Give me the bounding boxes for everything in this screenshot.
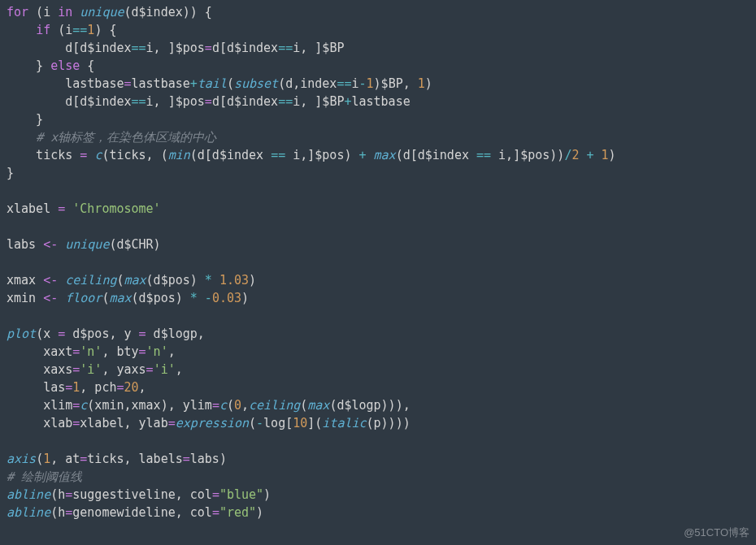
code-line: abline(h=genomewideline, col="red") bbox=[7, 505, 263, 520]
code-line: # 绘制阈值线 bbox=[7, 469, 82, 484]
code-line: xaxs='i', yaxs='i', bbox=[7, 362, 183, 377]
code-line: ticks = c(ticks, (min(d[d$index == i,]$p… bbox=[7, 148, 616, 162]
watermark-text: @51CTO博客 bbox=[684, 524, 749, 542]
code-line: if (i==1) { bbox=[7, 23, 116, 37]
code-line: axis(1, at=ticks, labels=labs) bbox=[7, 452, 227, 466]
code-line: lastbase=lastbase+tail(subset(d,index==i… bbox=[7, 76, 432, 91]
code-line: # x轴标签，在染色体区域的中心 bbox=[7, 130, 216, 145]
code-line: xlim=c(xmin,xmax), ylim=c(0,ceiling(max(… bbox=[7, 398, 411, 413]
code-line: } bbox=[7, 166, 14, 180]
code-line: las=1, pch=20, bbox=[7, 380, 146, 395]
code-line: d[d$index==i, ]$pos=d[d$index==i, ]$BP+l… bbox=[7, 94, 411, 109]
code-line: xlabel = 'Chromosome' bbox=[7, 201, 161, 216]
code-line: xmax <- ceiling(max(d$pos) * 1.03) bbox=[7, 273, 256, 288]
code-line: abline(h=suggestiveline, col="blue") bbox=[7, 487, 271, 502]
code-line: plot(x = d$pos, y = d$logp, bbox=[7, 327, 205, 341]
code-line: d[d$index==i, ]$pos=d[d$index==i, ]$BP bbox=[7, 41, 344, 55]
code-line: } bbox=[7, 112, 43, 127]
code-line: } else { bbox=[7, 58, 94, 73]
code-line: for (i in unique(d$index)) { bbox=[7, 5, 212, 19]
code-block: for (i in unique(d$index)) { if (i==1) {… bbox=[7, 3, 749, 521]
code-line: labs <- unique(d$CHR) bbox=[7, 237, 161, 252]
code-line: xlab=xlabel, ylab=expression(-log[10](it… bbox=[7, 416, 411, 430]
code-line: xaxt='n', bty='n', bbox=[7, 344, 176, 359]
code-line: xmin <- floor(max(d$pos) * -0.03) bbox=[7, 291, 249, 305]
